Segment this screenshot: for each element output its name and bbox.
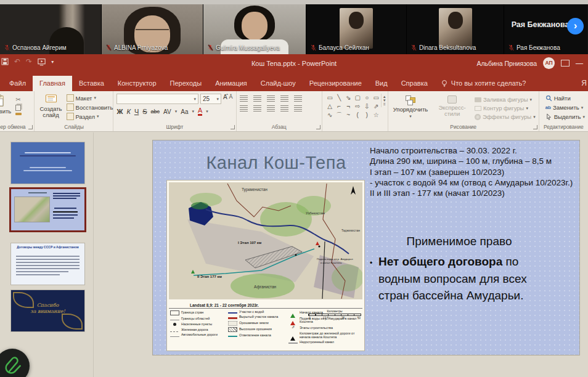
share-button-partial[interactable]: Я xyxy=(581,79,587,87)
minimize-button[interactable]: — xyxy=(576,59,583,68)
slide-law-heading[interactable]: Применимое право xyxy=(370,235,549,248)
slide-canvas[interactable]: Канал Кош-Тепа xyxy=(153,140,579,355)
participant-tile-balausa[interactable]: Балауса Сейлхан xyxy=(306,4,407,54)
participant-tile-albina[interactable]: ALBINA Prniyazova xyxy=(102,4,203,54)
account-avatar[interactable]: АП xyxy=(543,57,555,69)
info-line: - участок с водой 94 км (отвод с Амударь… xyxy=(370,177,577,188)
new-slide-button[interactable]: Создать слайд xyxy=(38,94,63,120)
map-image: Туркменистан Узбекистан Таджикистан Афга… xyxy=(169,182,362,299)
reset-icon xyxy=(67,103,74,111)
tab-insert[interactable]: Вставка xyxy=(72,76,111,91)
map-legend: Граница стран Границы областей Населенны… xyxy=(169,308,362,344)
shapes-label xyxy=(322,130,388,131)
tell-me-box[interactable]: Что вы хотите сделать? xyxy=(435,76,533,91)
slide-info-textbox[interactable]: Начало строительства – 30.03. 2022 г. Дл… xyxy=(370,145,577,198)
slide-law-bullet[interactable]: • Нет общего договора по водным вопросам… xyxy=(370,253,535,304)
bullet-marker: • xyxy=(370,258,372,269)
thumbnail-slide-4[interactable]: Спасибо за внимание! xyxy=(11,290,84,331)
participant-name: Рая Бекжанова xyxy=(517,44,560,51)
participant-tile-dinara[interactable]: Dinara Beksultanova xyxy=(407,4,504,54)
ribbon: Вставить ✂ Буфер обмена Создать слайд xyxy=(0,91,588,132)
drawing-group: Упорядочить ▾ Экспресс-стили Заливка фиг… xyxy=(388,91,539,131)
increase-indent-icon[interactable] xyxy=(280,95,288,102)
select-button[interactable]: Выделить▾ xyxy=(545,113,585,120)
copy-icon[interactable] xyxy=(15,105,21,111)
quick-styles-button[interactable]: Экспресс-стили xyxy=(435,94,470,118)
character-spacing-button[interactable]: AV xyxy=(163,108,171,115)
arrange-button[interactable]: Упорядочить ▾ xyxy=(391,94,430,120)
thumbnail-slide-1[interactable] xyxy=(11,142,84,184)
clear-formatting-button[interactable]: abc xyxy=(151,108,160,115)
tab-view[interactable]: Вид xyxy=(369,76,394,91)
decrease-indent-icon[interactable] xyxy=(267,95,275,102)
shapes-scrollbar[interactable]: ▲▼≡ xyxy=(381,94,388,107)
tab-home[interactable]: Главная xyxy=(33,76,72,91)
info-line: Начало строительства – 30.03. 2022 г. xyxy=(370,145,577,156)
tab-slideshow[interactable]: Слайд-шоу xyxy=(254,76,303,91)
tab-help[interactable]: Справка xyxy=(394,76,435,91)
tell-me-label: Что вы хотите сделать? xyxy=(451,79,526,87)
tab-design[interactable]: Конструктор xyxy=(111,76,163,91)
participant-tile-ospanova[interactable]: Оспанова Айгерим xyxy=(0,4,102,54)
clipboard-dialog-launcher[interactable] xyxy=(28,125,33,129)
change-case-button[interactable]: Aa xyxy=(181,108,188,115)
participant-nametag: Dinara Beksultanova xyxy=(411,44,476,51)
thumbnail-map xyxy=(14,197,50,222)
font-dialog-launcher[interactable] xyxy=(231,125,235,129)
section-button[interactable]: Раздел▾ xyxy=(67,113,113,120)
shape-outline-button[interactable]: Контур фигуры▾ xyxy=(475,105,536,111)
grow-font-icon[interactable]: А̂ xyxy=(223,94,227,104)
thumbnail-slide-3[interactable]: Договоры между СССР и Афганистаном xyxy=(11,243,84,285)
thumbnail-slide-2-current[interactable] xyxy=(11,189,84,230)
svg-text:в канал Коштепа: в канал Коштепа xyxy=(321,261,342,264)
next-participants-button[interactable]: › xyxy=(567,18,584,34)
replace-button[interactable]: ab Заменить▾ xyxy=(545,104,584,111)
font-name-combo[interactable]: ▾ xyxy=(116,94,198,104)
drawing-dialog-launcher[interactable] xyxy=(533,125,537,129)
paragraph-dialog-launcher[interactable] xyxy=(316,125,321,129)
title-bar: ↶ ↷ ▾ Кош Tena.pptx - PowerPoint Альбина… xyxy=(0,54,588,74)
find-button[interactable]: Найти xyxy=(545,95,571,102)
numbering-icon[interactable] xyxy=(253,95,261,102)
shape-effects-icon xyxy=(475,114,481,120)
participant-avatar xyxy=(439,8,472,49)
align-center-icon[interactable] xyxy=(253,105,261,111)
ribbon-display-options-icon[interactable] xyxy=(561,60,570,67)
account-name[interactable]: Альбина Прниязова xyxy=(476,60,537,67)
titlebar-right: Альбина Прниязова АП — xyxy=(476,57,583,69)
svg-text:Туркменистан: Туркменистан xyxy=(242,187,267,192)
underline-button[interactable]: Ч xyxy=(134,108,139,115)
tab-animations[interactable]: Анимация xyxy=(208,76,254,91)
paste-icon xyxy=(0,94,4,107)
paste-button[interactable]: Вставить xyxy=(0,94,13,115)
font-color-button[interactable]: А xyxy=(198,107,202,116)
participant-tile-gulmira[interactable]: Gulmira Mussagaliyeva xyxy=(203,4,306,54)
shape-effects-button[interactable]: Эффекты фигуры▾ xyxy=(475,113,536,120)
map-figure[interactable]: Туркменистан Узбекистан Таджикистан Афга… xyxy=(166,180,365,351)
cut-icon[interactable]: ✂ xyxy=(15,96,22,103)
layout-button[interactable]: Макет▾ xyxy=(67,94,113,102)
format-painter-icon[interactable] xyxy=(15,113,22,115)
slide-title[interactable]: Канал Кош-Тепа xyxy=(171,153,381,173)
bullets-icon[interactable] xyxy=(240,95,248,102)
justify-icon[interactable] xyxy=(280,105,288,111)
align-right-icon[interactable] xyxy=(267,105,275,111)
align-left-icon[interactable] xyxy=(240,105,248,111)
tab-file[interactable]: Файл xyxy=(2,76,33,91)
participant-nametag: Оспанова Айгерим xyxy=(4,44,67,51)
reset-button[interactable]: Восстановить xyxy=(67,103,113,111)
tab-transitions[interactable]: Переходы xyxy=(163,76,209,91)
participant-tile-raya[interactable]: Рая Бекжанова Рая Бекжанова › xyxy=(504,4,587,54)
map-caption: Landsat 8,9: 21 - 22 сентября 2023г. xyxy=(169,302,362,308)
font-size-combo[interactable]: 25▾ xyxy=(200,94,221,104)
columns-icon[interactable] xyxy=(294,105,302,111)
strikethrough-button[interactable]: S xyxy=(142,108,147,115)
italic-button[interactable]: К xyxy=(126,108,130,115)
shapes-grid[interactable]: ▭╲⇘▢○▭ △⌐¬⇨⇩⇗ ∿⌒~()☆ xyxy=(325,94,381,120)
mic-muted-icon xyxy=(508,44,514,51)
shape-fill-button[interactable]: Заливка фигуры▾ xyxy=(475,96,536,103)
line-spacing-icon[interactable] xyxy=(294,95,302,102)
tab-review[interactable]: Рецензирование xyxy=(303,76,369,91)
bold-button[interactable]: Ж xyxy=(116,108,123,115)
shrink-font-icon[interactable]: А̌ xyxy=(229,94,233,104)
